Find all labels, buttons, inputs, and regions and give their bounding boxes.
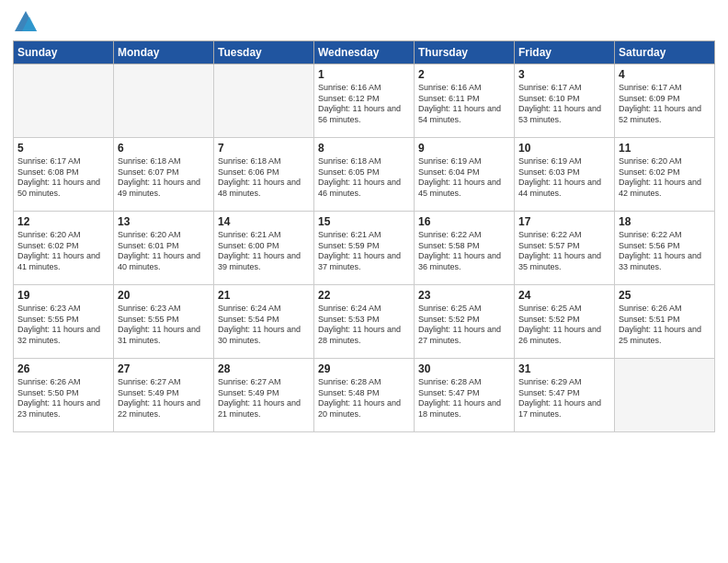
cell-text: Sunrise: 6:17 AM Sunset: 6:09 PM Dayligh… bbox=[619, 83, 711, 126]
day-number: 18 bbox=[619, 215, 711, 228]
day-number: 1 bbox=[318, 68, 410, 81]
calendar-cell bbox=[114, 64, 214, 138]
day-number: 12 bbox=[17, 215, 109, 228]
calendar-cell: 19Sunrise: 6:23 AM Sunset: 5:55 PM Dayli… bbox=[14, 285, 114, 359]
calendar-cell: 20Sunrise: 6:23 AM Sunset: 5:55 PM Dayli… bbox=[114, 285, 214, 359]
cell-text: Sunrise: 6:19 AM Sunset: 6:04 PM Dayligh… bbox=[418, 156, 510, 200]
calendar-cell: 18Sunrise: 6:22 AM Sunset: 5:56 PM Dayli… bbox=[615, 212, 715, 285]
weekday-header-friday: Friday bbox=[515, 41, 615, 64]
cell-text: Sunrise: 6:23 AM Sunset: 5:55 PM Dayligh… bbox=[17, 304, 109, 347]
cell-text: Sunrise: 6:24 AM Sunset: 5:54 PM Dayligh… bbox=[218, 304, 310, 347]
day-number: 19 bbox=[17, 289, 109, 302]
cell-text: Sunrise: 6:28 AM Sunset: 5:47 PM Dayligh… bbox=[418, 377, 510, 420]
calendar-cell: 23Sunrise: 6:25 AM Sunset: 5:52 PM Dayli… bbox=[415, 285, 515, 359]
day-number: 28 bbox=[218, 362, 310, 375]
day-number: 16 bbox=[418, 215, 510, 228]
cell-text: Sunrise: 6:21 AM Sunset: 5:59 PM Dayligh… bbox=[318, 230, 410, 273]
cell-text: Sunrise: 6:27 AM Sunset: 5:49 PM Dayligh… bbox=[118, 377, 210, 420]
calendar-table: SundayMondayTuesdayWednesdayThursdayFrid… bbox=[13, 40, 715, 432]
calendar-cell: 17Sunrise: 6:22 AM Sunset: 5:57 PM Dayli… bbox=[515, 212, 615, 285]
cell-text: Sunrise: 6:17 AM Sunset: 6:08 PM Dayligh… bbox=[17, 156, 109, 200]
day-number: 20 bbox=[118, 289, 210, 302]
cell-text: Sunrise: 6:18 AM Sunset: 6:07 PM Dayligh… bbox=[118, 156, 210, 200]
cell-text: Sunrise: 6:17 AM Sunset: 6:10 PM Dayligh… bbox=[518, 83, 610, 126]
logo-icon bbox=[13, 9, 39, 35]
week-row-5: 26Sunrise: 6:26 AM Sunset: 5:50 PM Dayli… bbox=[14, 359, 715, 432]
week-row-3: 12Sunrise: 6:20 AM Sunset: 6:02 PM Dayli… bbox=[14, 212, 715, 285]
calendar-cell: 27Sunrise: 6:27 AM Sunset: 5:49 PM Dayli… bbox=[114, 359, 214, 432]
calendar-cell: 10Sunrise: 6:19 AM Sunset: 6:03 PM Dayli… bbox=[515, 138, 615, 212]
cell-text: Sunrise: 6:18 AM Sunset: 6:05 PM Dayligh… bbox=[318, 156, 410, 200]
day-number: 7 bbox=[218, 142, 310, 155]
calendar-cell bbox=[14, 64, 114, 138]
calendar-cell: 5Sunrise: 6:17 AM Sunset: 6:08 PM Daylig… bbox=[14, 138, 114, 212]
calendar-cell: 4Sunrise: 6:17 AM Sunset: 6:09 PM Daylig… bbox=[615, 64, 715, 138]
calendar-cell: 28Sunrise: 6:27 AM Sunset: 5:49 PM Dayli… bbox=[214, 359, 314, 432]
day-number: 8 bbox=[318, 142, 410, 155]
calendar-cell: 6Sunrise: 6:18 AM Sunset: 6:07 PM Daylig… bbox=[114, 138, 214, 212]
day-number: 4 bbox=[619, 68, 711, 81]
cell-text: Sunrise: 6:26 AM Sunset: 5:50 PM Dayligh… bbox=[17, 377, 109, 420]
day-number: 15 bbox=[318, 215, 410, 228]
calendar-cell: 24Sunrise: 6:25 AM Sunset: 5:52 PM Dayli… bbox=[515, 285, 615, 359]
cell-text: Sunrise: 6:18 AM Sunset: 6:06 PM Dayligh… bbox=[218, 156, 310, 200]
day-number: 13 bbox=[118, 215, 210, 228]
calendar-cell bbox=[615, 359, 715, 432]
cell-text: Sunrise: 6:25 AM Sunset: 5:52 PM Dayligh… bbox=[418, 304, 510, 347]
cell-text: Sunrise: 6:20 AM Sunset: 6:02 PM Dayligh… bbox=[619, 156, 711, 200]
day-number: 9 bbox=[418, 142, 510, 155]
day-number: 5 bbox=[17, 142, 109, 155]
day-number: 24 bbox=[518, 289, 610, 302]
day-number: 2 bbox=[418, 68, 510, 81]
day-number: 6 bbox=[118, 142, 210, 155]
weekday-header-row: SundayMondayTuesdayWednesdayThursdayFrid… bbox=[14, 41, 715, 64]
calendar-cell: 25Sunrise: 6:26 AM Sunset: 5:51 PM Dayli… bbox=[615, 285, 715, 359]
calendar-cell: 7Sunrise: 6:18 AM Sunset: 6:06 PM Daylig… bbox=[214, 138, 314, 212]
day-number: 22 bbox=[318, 289, 410, 302]
day-number: 10 bbox=[518, 142, 610, 155]
calendar-cell: 8Sunrise: 6:18 AM Sunset: 6:05 PM Daylig… bbox=[314, 138, 415, 212]
cell-text: Sunrise: 6:16 AM Sunset: 6:11 PM Dayligh… bbox=[418, 83, 510, 126]
calendar-cell: 2Sunrise: 6:16 AM Sunset: 6:11 PM Daylig… bbox=[415, 64, 515, 138]
calendar-cell: 3Sunrise: 6:17 AM Sunset: 6:10 PM Daylig… bbox=[515, 64, 615, 138]
cell-text: Sunrise: 6:16 AM Sunset: 6:12 PM Dayligh… bbox=[318, 83, 410, 126]
cell-text: Sunrise: 6:26 AM Sunset: 5:51 PM Dayligh… bbox=[619, 304, 711, 347]
cell-text: Sunrise: 6:25 AM Sunset: 5:52 PM Dayligh… bbox=[518, 304, 610, 347]
day-number: 21 bbox=[218, 289, 310, 302]
calendar-cell: 31Sunrise: 6:29 AM Sunset: 5:47 PM Dayli… bbox=[515, 359, 615, 432]
week-row-1: 1Sunrise: 6:16 AM Sunset: 6:12 PM Daylig… bbox=[14, 64, 715, 138]
calendar-cell: 14Sunrise: 6:21 AM Sunset: 6:00 PM Dayli… bbox=[214, 212, 314, 285]
week-row-4: 19Sunrise: 6:23 AM Sunset: 5:55 PM Dayli… bbox=[14, 285, 715, 359]
day-number: 14 bbox=[218, 215, 310, 228]
cell-text: Sunrise: 6:19 AM Sunset: 6:03 PM Dayligh… bbox=[518, 156, 610, 200]
cell-text: Sunrise: 6:29 AM Sunset: 5:47 PM Dayligh… bbox=[518, 377, 610, 420]
calendar-container: SundayMondayTuesdayWednesdayThursdayFrid… bbox=[0, 0, 728, 563]
cell-text: Sunrise: 6:22 AM Sunset: 5:56 PM Dayligh… bbox=[619, 230, 711, 273]
weekday-header-monday: Monday bbox=[114, 41, 214, 64]
cell-text: Sunrise: 6:21 AM Sunset: 6:00 PM Dayligh… bbox=[218, 230, 310, 273]
day-number: 30 bbox=[418, 362, 510, 375]
calendar-cell bbox=[214, 64, 314, 138]
cell-text: Sunrise: 6:27 AM Sunset: 5:49 PM Dayligh… bbox=[218, 377, 310, 420]
weekday-header-thursday: Thursday bbox=[415, 41, 515, 64]
cell-text: Sunrise: 6:22 AM Sunset: 5:58 PM Dayligh… bbox=[418, 230, 510, 273]
calendar-cell: 26Sunrise: 6:26 AM Sunset: 5:50 PM Dayli… bbox=[14, 359, 114, 432]
cell-text: Sunrise: 6:20 AM Sunset: 6:01 PM Dayligh… bbox=[118, 230, 210, 273]
weekday-header-wednesday: Wednesday bbox=[314, 41, 415, 64]
day-number: 27 bbox=[118, 362, 210, 375]
calendar-cell: 16Sunrise: 6:22 AM Sunset: 5:58 PM Dayli… bbox=[415, 212, 515, 285]
header bbox=[13, 9, 715, 35]
calendar-cell: 21Sunrise: 6:24 AM Sunset: 5:54 PM Dayli… bbox=[214, 285, 314, 359]
calendar-cell: 22Sunrise: 6:24 AM Sunset: 5:53 PM Dayli… bbox=[314, 285, 415, 359]
logo bbox=[13, 9, 40, 35]
calendar-cell: 30Sunrise: 6:28 AM Sunset: 5:47 PM Dayli… bbox=[415, 359, 515, 432]
cell-text: Sunrise: 6:28 AM Sunset: 5:48 PM Dayligh… bbox=[318, 377, 410, 420]
calendar-cell: 13Sunrise: 6:20 AM Sunset: 6:01 PM Dayli… bbox=[114, 212, 214, 285]
day-number: 29 bbox=[318, 362, 410, 375]
calendar-cell: 11Sunrise: 6:20 AM Sunset: 6:02 PM Dayli… bbox=[615, 138, 715, 212]
calendar-cell: 29Sunrise: 6:28 AM Sunset: 5:48 PM Dayli… bbox=[314, 359, 415, 432]
day-number: 3 bbox=[518, 68, 610, 81]
calendar-cell: 9Sunrise: 6:19 AM Sunset: 6:04 PM Daylig… bbox=[415, 138, 515, 212]
cell-text: Sunrise: 6:20 AM Sunset: 6:02 PM Dayligh… bbox=[17, 230, 109, 273]
cell-text: Sunrise: 6:22 AM Sunset: 5:57 PM Dayligh… bbox=[518, 230, 610, 273]
